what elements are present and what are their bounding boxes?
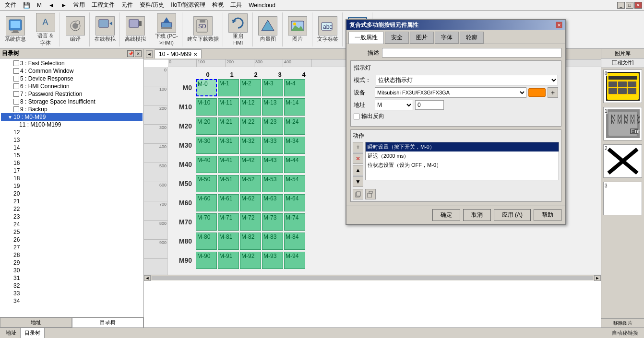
desc-input[interactable] — [382, 48, 561, 58]
dir-pin-button[interactable]: 📌 — [127, 50, 134, 57]
checkbox-7[interactable] — [13, 91, 19, 97]
grid-cell-M-52[interactable]: M-52 — [240, 175, 261, 192]
compile-button[interactable]: 编译 — [65, 15, 86, 44]
dir-item-8[interactable]: 8 : Storage Space Insufficient — [1, 98, 143, 105]
menu-tools[interactable]: 工具 — [227, 0, 245, 10]
textlabel-button[interactable]: abc 文字标签 — [316, 15, 339, 44]
grid-cell-M-63[interactable]: M-63 — [262, 194, 283, 211]
maximize-button[interactable]: □ — [626, 2, 633, 9]
action-paste-button[interactable] — [365, 189, 376, 199]
dialog-confirm-button[interactable]: 确定 — [432, 209, 460, 221]
dir-item-15[interactable]: 15 — [1, 152, 143, 159]
hscroll-left[interactable]: ◄ — [144, 275, 151, 281]
grid-cell-M-3[interactable]: M-3 — [262, 79, 283, 96]
img-library-item-3[interactable]: 3 — [603, 182, 642, 215]
grid-cell-M-20[interactable]: M-20 — [196, 117, 217, 135]
mode-select[interactable]: 位状态指示灯 — [376, 75, 558, 85]
grid-cell-M-80[interactable]: M-80 — [196, 233, 217, 250]
action-item-0[interactable]: 瞬时设置（按下开关，M-0） — [366, 142, 559, 152]
grid-cell-M-81[interactable]: M-81 — [218, 233, 239, 250]
grid-cell-M-12[interactable]: M-12 — [240, 98, 261, 116]
dialog-cancel-button[interactable]: 取消 — [463, 209, 491, 221]
menu-forward[interactable]: ► — [58, 1, 70, 10]
grid-cell-M-93[interactable]: M-93 — [262, 252, 283, 269]
grid-cell-M-2[interactable]: M-2 — [240, 79, 261, 96]
grid-cell-M-43[interactable]: M-43 — [262, 156, 283, 173]
grid-cell-M-24[interactable]: M-24 — [284, 117, 305, 135]
dir-item-31[interactable]: 31 — [1, 274, 143, 282]
expand-icon-10[interactable]: ▼ — [8, 115, 13, 120]
lang-button[interactable]: A 语言 &字体 — [35, 12, 56, 47]
dialog-tab-image[interactable]: 图片 — [410, 32, 434, 44]
dir-item-11[interactable]: 11 : M100-M199 — [1, 121, 143, 128]
action-delete-button[interactable]: ✕ — [353, 153, 363, 164]
dir-item-32[interactable]: 32 — [1, 282, 143, 290]
grid-cell-M-40[interactable]: M-40 — [196, 156, 217, 173]
grid-cell-M-60[interactable]: M-60 — [196, 194, 217, 211]
hscroll-right[interactable]: ► — [594, 275, 601, 281]
offline-button[interactable]: 离线模拟 — [124, 15, 147, 44]
menu-back[interactable]: ◄ — [46, 1, 57, 10]
grid-cell-M-11[interactable]: M-11 — [218, 98, 239, 116]
action-item-1[interactable]: 延迟（2000 ms） — [366, 152, 559, 161]
grid-cell-M-0[interactable]: M-0 — [196, 79, 217, 96]
dir-item-22[interactable]: 22 — [1, 205, 143, 213]
dir-item-19[interactable]: 19 — [1, 182, 143, 190]
menu-file[interactable]: 文件 — [2, 0, 19, 10]
dir-item-27[interactable]: 27 — [1, 244, 143, 251]
dir-item-26[interactable]: 26 — [1, 236, 143, 244]
dir-item-33[interactable]: 33 — [1, 290, 143, 297]
dir-item-4[interactable]: 4 : Common Window — [1, 67, 143, 75]
dir-item-23[interactable]: 23 — [1, 213, 143, 221]
grid-cell-M-14[interactable]: M-14 — [284, 98, 305, 116]
grid-cell-M-41[interactable]: M-41 — [218, 156, 239, 173]
dialog-close-button[interactable]: ✕ — [556, 22, 562, 28]
grid-cell-M-23[interactable]: M-23 — [262, 117, 283, 135]
grid-cell-M-82[interactable]: M-82 — [240, 233, 261, 250]
status-address-tab[interactable]: 地址 — [2, 328, 21, 338]
canvas-tab-close[interactable]: ✕ — [193, 52, 197, 57]
dir-item-3[interactable]: 3 : Fast Selection — [1, 59, 143, 67]
dir-item-12[interactable]: 12 — [1, 128, 143, 136]
dir-close-button[interactable]: ✕ — [135, 50, 142, 57]
dialog-tab-security[interactable]: 安全 — [385, 32, 409, 44]
grid-cell-M-33[interactable]: M-33 — [262, 137, 283, 154]
grid-cell-M-4[interactable]: M-4 — [284, 79, 305, 96]
grid-cell-M-94[interactable]: M-94 — [284, 252, 305, 269]
hscroll-track[interactable] — [152, 276, 593, 280]
dir-item-20[interactable]: 20 — [1, 190, 143, 198]
dir-item-29[interactable]: 29 — [1, 259, 143, 267]
canvas-tab-main[interactable]: 10 - M0-M99 ✕ — [155, 49, 202, 58]
device-select[interactable]: Mitsubishi FX3U/FX3G/FX3GA — [375, 87, 526, 98]
dir-item-14[interactable]: 14 — [1, 144, 143, 152]
dialog-help-button[interactable]: 帮助 — [534, 209, 561, 221]
status-tree-tab[interactable]: 目录树 — [21, 328, 45, 338]
grid-cell-M-31[interactable]: M-31 — [218, 137, 239, 154]
action-up-button[interactable]: ▲ — [353, 165, 363, 175]
grid-cell-M-44[interactable]: M-44 — [284, 156, 305, 173]
dialog-tab-general[interactable]: 一般属性 — [348, 32, 384, 44]
action-copy-button[interactable] — [353, 189, 363, 199]
dialog-apply-button[interactable]: 应用 (A) — [494, 209, 531, 221]
img-library-item-0[interactable]: 0 — [603, 70, 642, 103]
output-reverse-checkbox[interactable] — [354, 114, 359, 119]
menu-undo[interactable]: M — [34, 1, 45, 10]
grid-cell-M-64[interactable]: M-64 — [284, 194, 305, 211]
vector-button[interactable]: 向量图 — [257, 15, 278, 44]
addr-select[interactable]: M — [375, 100, 413, 110]
device-toggle[interactable] — [528, 88, 546, 97]
menu-iiot[interactable]: IIoT/能源管理 — [168, 0, 208, 10]
grid-cell-M-54[interactable]: M-54 — [284, 175, 305, 192]
grid-cell-M-42[interactable]: M-42 — [240, 156, 261, 173]
grid-cell-M-22[interactable]: M-22 — [240, 117, 261, 135]
dir-tab-tree[interactable]: 目录树 — [72, 317, 144, 327]
menu-elements[interactable]: 元件 — [119, 0, 136, 10]
dir-item-6[interactable]: 6 : HMI Connection — [1, 82, 143, 90]
dialog-tab-font[interactable]: 字体 — [435, 32, 459, 44]
checkbox-6[interactable] — [13, 83, 19, 89]
grid-cell-M-53[interactable]: M-53 — [262, 175, 283, 192]
dir-item-10[interactable]: ▼10 : M0-M99 — [1, 113, 143, 121]
image-button[interactable]: 图片 — [287, 15, 308, 44]
checkbox-5[interactable] — [13, 76, 19, 82]
grid-cell-M-70[interactable]: M-70 — [196, 213, 217, 231]
